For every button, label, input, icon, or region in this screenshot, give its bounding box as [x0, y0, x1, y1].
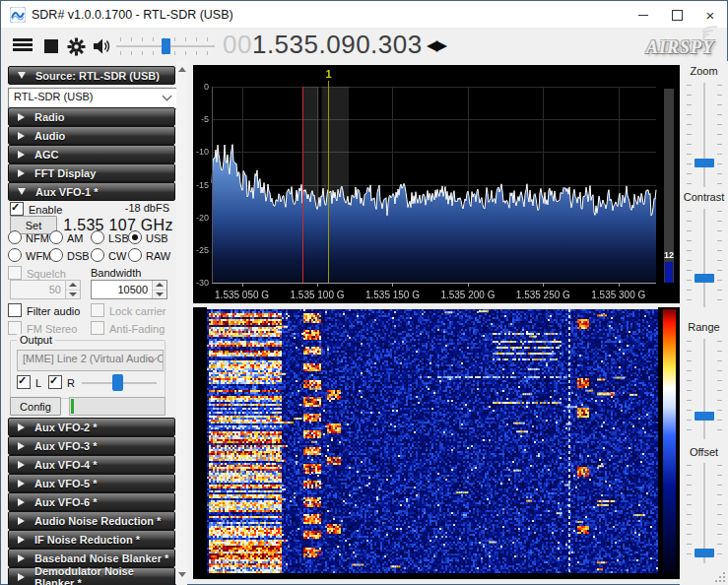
squelch-spinner[interactable]: 50: [10, 280, 81, 299]
volume-button[interactable]: [94, 38, 111, 58]
expand-icon: [18, 442, 25, 450]
pan-slider[interactable]: [82, 374, 157, 392]
mode-dsb[interactable]: DSB: [49, 248, 90, 262]
panel-aux-vfo-6[interactable]: Aux VFO-6 *: [8, 492, 175, 511]
frequency-value: 1.535.090.303: [252, 30, 423, 59]
left-channel-checkbox[interactable]: [17, 375, 31, 389]
mode-cw[interactable]: CW: [91, 248, 126, 262]
squelch-checkbox[interactable]: [8, 266, 22, 280]
fm-stereo-checkbox[interactable]: [8, 321, 22, 335]
spin-down-icon[interactable]: [66, 291, 80, 299]
audio-level-meter: [69, 397, 165, 416]
offset-thumb[interactable]: [695, 549, 714, 557]
panel-source[interactable]: Source: RTL-SDR (USB): [8, 66, 175, 85]
fft-spectrum-display[interactable]: [193, 65, 680, 303]
config-button[interactable]: Config: [10, 397, 61, 416]
app-icon: [10, 7, 26, 23]
mode-radio[interactable]: [91, 248, 104, 262]
mode-radio[interactable]: [128, 230, 142, 244]
speaker-icon: [94, 38, 111, 54]
tune-step-arrows[interactable]: ◀▶: [427, 36, 445, 54]
panel-if-noise-reduction[interactable]: IF Noise Reduction *: [8, 530, 175, 549]
panel-aux-vfo-1[interactable]: Aux VFO-1 *: [8, 182, 175, 201]
mode-nfm[interactable]: NFM: [8, 230, 49, 244]
range-label: Range: [680, 321, 728, 333]
expand-icon: [18, 113, 25, 121]
frequency-leading-zeros: 00: [223, 30, 252, 59]
scroll-down-icon[interactable]: [178, 572, 186, 577]
spin-up-icon[interactable]: [153, 281, 166, 291]
panel-fft-display[interactable]: FFT Display: [8, 163, 175, 182]
spin-up-icon[interactable]: [66, 281, 80, 291]
contrast-slider[interactable]: [687, 209, 722, 307]
range-slider[interactable]: [687, 339, 722, 439]
close-button[interactable]: ×: [694, 1, 727, 29]
right-channel-row: R: [48, 375, 75, 389]
zoom-slider[interactable]: [687, 83, 722, 187]
collapse-icon: [18, 188, 26, 195]
source-select-value: RTL-SDR (USB): [14, 91, 93, 102]
fm-stereo-row: FM Stereo: [8, 321, 77, 335]
mode-usb[interactable]: USB: [128, 230, 168, 244]
source-select[interactable]: RTL-SDR (USB): [8, 88, 178, 109]
panel-aux-vfo-4[interactable]: Aux VFO-4 *: [8, 455, 175, 474]
sidebar-scrollbar[interactable]: [176, 61, 187, 585]
expand-icon: [18, 480, 25, 488]
filter-audio-row: Filter audio: [8, 303, 80, 317]
mode-wfm[interactable]: WFM: [8, 248, 51, 262]
panel-demodulator-noise-blanker[interactable]: Demodulator Noise Blanker *: [8, 567, 175, 585]
contrast-label: Contrast: [680, 191, 728, 203]
range-thumb[interactable]: [695, 412, 714, 421]
collapse-icon: [18, 72, 26, 79]
anti-fading-checkbox[interactable]: [91, 321, 104, 335]
mode-am[interactable]: AM: [49, 230, 84, 244]
lock-carrier-checkbox[interactable]: [91, 303, 104, 317]
bandwidth-spinner[interactable]: 10500: [91, 280, 167, 299]
signal-waves-icon: [700, 26, 722, 43]
mode-lsb[interactable]: LSB: [91, 230, 129, 244]
panel-aux-vfo-2[interactable]: Aux VFO-2 *: [8, 418, 175, 436]
slider-ticks: [687, 465, 692, 561]
titlebar: SDR# v1.0.0.1700 - RTL-SDR (USB) ×: [1, 1, 727, 28]
squelch-label: Squelch: [27, 268, 66, 280]
scroll-up-icon[interactable]: [178, 67, 186, 72]
output-device-select[interactable]: [MME] Line 2 (Virtual Audio Cable): [17, 350, 164, 371]
menu-button[interactable]: [13, 38, 33, 51]
panel-audio[interactable]: Audio: [8, 126, 175, 145]
right-channel-checkbox[interactable]: [48, 375, 62, 389]
panel-audio-noise-reduction[interactable]: Audio Noise Reduction *: [8, 511, 175, 530]
resize-grip[interactable]: [715, 572, 725, 582]
panel-agc[interactable]: AGC: [8, 145, 175, 163]
zoom-label: Zoom: [680, 65, 728, 77]
maximize-button[interactable]: [660, 1, 694, 29]
mode-radio[interactable]: [128, 248, 142, 262]
airspy-logo: AIRSPY: [646, 37, 714, 58]
enable-checkbox[interactable]: [10, 202, 24, 216]
stop-button[interactable]: [44, 39, 58, 53]
waterfall-display[interactable]: [193, 307, 680, 579]
maximize-icon: [672, 10, 683, 21]
mode-radio[interactable]: [49, 230, 63, 244]
contrast-thumb[interactable]: [695, 274, 714, 283]
mode-radio[interactable]: [8, 230, 22, 244]
settings-button[interactable]: [67, 37, 86, 60]
volume-slider[interactable]: [116, 37, 215, 55]
pan-thumb[interactable]: [112, 374, 123, 391]
zoom-thumb[interactable]: [695, 159, 714, 167]
panel-aux-vfo-3[interactable]: Aux VFO-3 *: [8, 436, 175, 455]
output-device-value: [MME] Line 2 (Virtual Audio Cable): [23, 353, 164, 364]
mode-radio[interactable]: [8, 248, 22, 262]
volume-thumb[interactable]: [162, 38, 170, 54]
filter-audio-checkbox[interactable]: [8, 303, 22, 317]
panel-aux-vfo-5[interactable]: Aux VFO-5 *: [8, 474, 175, 492]
mode-raw[interactable]: RAW: [128, 248, 170, 262]
frequency-display[interactable]: 001.535.090.303: [223, 30, 423, 60]
squelch-row: Squelch: [8, 266, 66, 280]
panel-radio[interactable]: Radio: [8, 107, 175, 126]
minimize-button[interactable]: [627, 1, 660, 29]
mode-radio[interactable]: [49, 248, 63, 262]
slider-ticks: [717, 85, 722, 185]
offset-slider[interactable]: [687, 463, 722, 563]
spin-down-icon[interactable]: [153, 291, 166, 299]
mode-radio[interactable]: [91, 230, 104, 244]
